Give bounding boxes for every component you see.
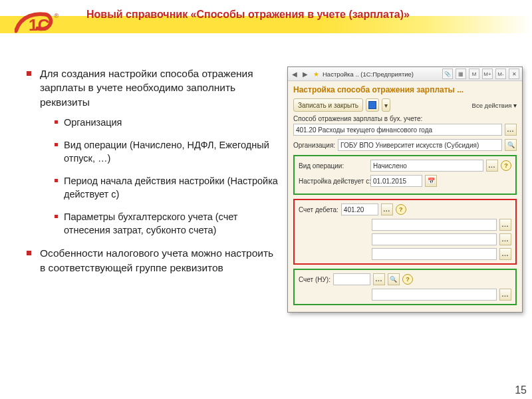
- sub-bullet-3: Период начала действия настройки (Настро…: [55, 174, 279, 201]
- page-number: 15: [515, 384, 527, 396]
- date-input[interactable]: [370, 175, 422, 187]
- chevron-down-icon: ▾: [513, 102, 517, 109]
- debit-label: Счет дебета:: [299, 206, 338, 213]
- all-actions-label: Все действия: [472, 102, 512, 109]
- ellipsis-icon: ...: [384, 206, 391, 213]
- org-search-button[interactable]: 🔍: [505, 139, 517, 151]
- method-label: Способ отражения зарплаты в бух. учете:: [293, 115, 517, 122]
- bullet-2: Особенности налогового учета можно настр…: [27, 246, 279, 275]
- accounting-group: Счет дебета: ... ? ... ... ...: [293, 199, 517, 265]
- subconto-2-input[interactable]: [372, 233, 497, 245]
- tax-lookup-button[interactable]: ...: [373, 273, 385, 285]
- window-titlebar: ◀ ▶ ★ Настройка .. (1С:Предприятие) 📎 ▦ …: [288, 67, 522, 81]
- save-icon: [368, 101, 376, 109]
- ellipsis-icon: ...: [502, 221, 509, 228]
- tax-group: Счет (НУ): ... 🔍 ? ...: [293, 269, 517, 305]
- save-button[interactable]: [366, 98, 379, 112]
- op-type-label: Вид операции:: [299, 162, 368, 170]
- sub-bullet-4: Параметры бухгалтерского учета (счет отн…: [55, 210, 279, 237]
- company-logo: 1С ®: [15, 9, 72, 39]
- method-lookup-button[interactable]: ...: [505, 124, 517, 136]
- ellipsis-icon: ...: [502, 251, 509, 257]
- operation-group: Вид операции: ... ? Настройка действует …: [293, 155, 517, 195]
- ellipsis-icon: ...: [507, 126, 515, 133]
- app-window: ◀ ▶ ★ Настройка .. (1С:Предприятие) 📎 ▦ …: [287, 66, 523, 313]
- ellipsis-icon: ...: [502, 291, 509, 298]
- tax-input[interactable]: [333, 273, 370, 285]
- extra-button[interactable]: ▾: [382, 98, 390, 112]
- debit-input[interactable]: [341, 203, 378, 215]
- debit-help-icon[interactable]: ?: [396, 204, 406, 215]
- close-icon[interactable]: ✕: [509, 68, 519, 79]
- favorite-icon[interactable]: ★: [312, 70, 320, 78]
- subconto-1-input[interactable]: [372, 219, 497, 231]
- tax-search-button[interactable]: 🔍: [388, 273, 400, 285]
- svg-text:1С: 1С: [29, 16, 50, 34]
- debit-lookup-button[interactable]: ...: [381, 203, 393, 215]
- tax-subconto-1-input[interactable]: [372, 289, 497, 301]
- op-type-help-icon[interactable]: ?: [501, 160, 511, 171]
- ellipsis-icon: ...: [376, 276, 383, 283]
- svg-text:®: ®: [54, 12, 59, 19]
- sub-bullet-1: Организация: [55, 116, 279, 129]
- ellipsis-icon: ...: [502, 236, 509, 243]
- tool-attach-icon[interactable]: 📎: [442, 68, 453, 79]
- sub-bullet-2: Вид операции (Начислено, НДФЛ, Ежегодный…: [55, 138, 279, 165]
- bullet-1-text: Для создания настройки способа отражения…: [40, 68, 253, 108]
- tool-m2-icon[interactable]: M+: [482, 68, 493, 79]
- tool-m3-icon[interactable]: M-: [495, 68, 506, 79]
- org-label: Организация:: [293, 142, 335, 149]
- window-title: Настройка .. (1С:Предприятие): [323, 70, 440, 78]
- method-input[interactable]: [293, 124, 502, 136]
- tax-subconto-1-lookup[interactable]: ...: [499, 289, 511, 301]
- slide-title: Новый справочник «Способы отражения в уч…: [86, 8, 519, 22]
- op-type-input[interactable]: [370, 160, 483, 172]
- subconto-1-lookup[interactable]: ...: [499, 219, 511, 231]
- bullet-1: Для создания настройки способа отражения…: [27, 66, 279, 237]
- search-icon: 🔍: [507, 142, 515, 148]
- op-type-lookup-button[interactable]: ...: [486, 160, 498, 172]
- back-icon[interactable]: ◀: [291, 70, 299, 78]
- save-close-label: Записать и закрыть: [298, 102, 358, 109]
- subconto-3-input[interactable]: [372, 248, 497, 260]
- date-picker-button[interactable]: 📅: [425, 175, 437, 187]
- subconto-2-lookup[interactable]: ...: [499, 233, 511, 245]
- tax-help-icon[interactable]: ?: [402, 274, 413, 285]
- forward-icon[interactable]: ▶: [301, 70, 309, 78]
- ellipsis-icon: ...: [489, 162, 496, 169]
- save-close-button[interactable]: Записать и закрыть: [293, 98, 363, 112]
- subconto-3-lookup[interactable]: ...: [499, 248, 511, 260]
- calendar-icon: 📅: [428, 178, 435, 184]
- tool-calc-icon[interactable]: ▦: [456, 68, 466, 79]
- all-actions-button[interactable]: Все действия ▾: [472, 102, 517, 109]
- tax-label: Счет (НУ):: [299, 276, 331, 283]
- org-input[interactable]: [338, 139, 502, 151]
- search-icon: 🔍: [390, 276, 397, 283]
- tool-m1-icon[interactable]: M: [469, 68, 479, 79]
- form-title: Настройка способа отражения зарплаты ...: [293, 85, 517, 94]
- date-label: Настройка действует с:: [299, 178, 368, 185]
